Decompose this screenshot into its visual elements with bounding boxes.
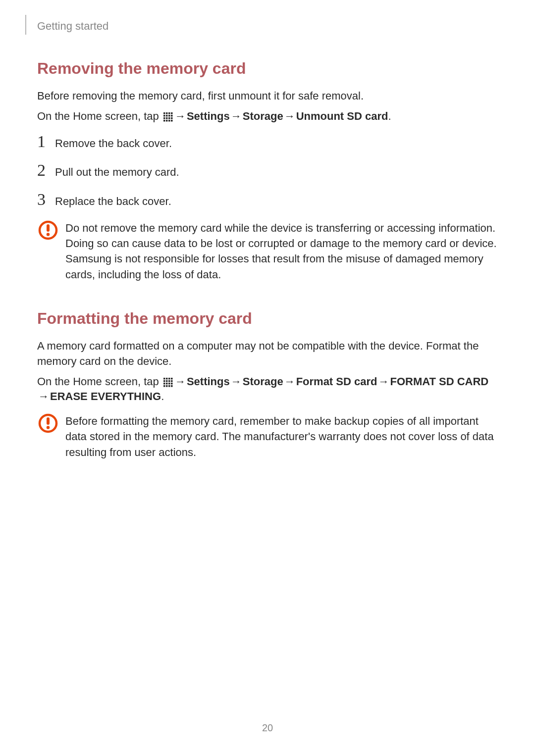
svg-rect-17 [47, 224, 50, 232]
svg-rect-11 [171, 117, 173, 119]
svg-rect-8 [163, 117, 165, 119]
breadcrumb: Getting started [37, 20, 108, 33]
svg-rect-13 [166, 120, 168, 122]
svg-rect-15 [171, 120, 173, 122]
step-number: 3 [37, 191, 55, 208]
nav-part-unmount: Unmount SD card [296, 110, 388, 122]
svg-rect-28 [166, 383, 168, 385]
svg-rect-0 [163, 112, 165, 114]
svg-point-18 [47, 233, 50, 236]
step-number: 2 [37, 162, 55, 179]
page-container: Getting started Removing the memory card… [0, 0, 535, 756]
svg-point-37 [47, 426, 50, 429]
nav-part-storage: Storage [243, 375, 283, 388]
step-2: 2 Pull out the memory card. [37, 162, 498, 180]
svg-rect-10 [168, 117, 170, 119]
arrow-icon: → [284, 374, 295, 390]
apps-icon [163, 377, 173, 387]
step-text: Pull out the memory card. [55, 162, 179, 180]
nav-prefix: On the Home screen, tap [37, 375, 162, 388]
svg-rect-23 [163, 380, 165, 382]
svg-rect-9 [166, 117, 168, 119]
svg-rect-36 [47, 417, 50, 425]
svg-rect-5 [166, 115, 168, 117]
caution-icon [37, 220, 63, 240]
arrow-icon: → [231, 374, 242, 390]
nav-part-storage: Storage [243, 110, 283, 122]
nav-part-erase: ERASE EVERYTHING [50, 390, 161, 403]
svg-rect-21 [168, 378, 170, 380]
arrow-icon: → [284, 109, 295, 124]
step-number: 1 [37, 133, 55, 150]
page-number: 20 [0, 722, 535, 734]
arrow-icon: → [175, 374, 186, 390]
arrow-icon: → [378, 374, 389, 390]
nav-part-format: Format SD card [296, 375, 377, 388]
warning-text: Before formatting the memory card, remem… [63, 413, 498, 460]
svg-rect-24 [166, 380, 168, 382]
section2-nav-path: On the Home screen, tap → Settings → Sto… [37, 374, 498, 405]
svg-rect-1 [166, 112, 168, 114]
svg-rect-14 [168, 120, 170, 122]
content-area: Removing the memory card Before removing… [37, 20, 498, 460]
svg-rect-2 [168, 112, 170, 114]
nav-suffix: . [388, 110, 391, 122]
section1-nav-path: On the Home screen, tap → Settings → Sto… [37, 109, 498, 124]
svg-rect-30 [171, 383, 173, 385]
step-1: 1 Remove the back cover. [37, 133, 498, 151]
spacer [37, 287, 498, 309]
svg-rect-22 [171, 378, 173, 380]
nav-prefix: On the Home screen, tap [37, 110, 162, 122]
svg-rect-31 [163, 385, 165, 387]
arrow-icon: → [38, 389, 49, 404]
caution-icon [37, 413, 63, 433]
svg-rect-33 [168, 385, 170, 387]
svg-rect-4 [163, 115, 165, 117]
apps-icon [163, 112, 173, 122]
svg-rect-19 [163, 378, 165, 380]
svg-rect-27 [163, 383, 165, 385]
svg-rect-32 [166, 385, 168, 387]
section1-warning: Do not remove the memory card while the … [37, 220, 498, 282]
nav-suffix: . [161, 390, 164, 403]
section2-intro: A memory card formatted on a computer ma… [37, 339, 498, 369]
svg-rect-7 [171, 115, 173, 117]
section2-warning: Before formatting the memory card, remem… [37, 413, 498, 460]
warning-text: Do not remove the memory card while the … [63, 220, 498, 282]
section1-title: Removing the memory card [37, 59, 498, 78]
svg-rect-20 [166, 378, 168, 380]
svg-rect-26 [171, 380, 173, 382]
nav-part-settings: Settings [187, 375, 230, 388]
arrow-icon: → [175, 109, 186, 124]
step-text: Remove the back cover. [55, 133, 172, 151]
arrow-icon: → [231, 109, 242, 124]
section2-title: Formatting the memory card [37, 309, 498, 328]
svg-rect-29 [168, 383, 170, 385]
svg-rect-25 [168, 380, 170, 382]
svg-rect-34 [171, 385, 173, 387]
step-text: Replace the back cover. [55, 191, 171, 209]
svg-rect-12 [163, 120, 165, 122]
nav-part-format-caps: FORMAT SD CARD [390, 375, 488, 388]
step-3: 3 Replace the back cover. [37, 191, 498, 209]
nav-part-settings: Settings [187, 110, 230, 122]
section1-intro: Before removing the memory card, first u… [37, 89, 498, 104]
svg-rect-3 [171, 112, 173, 114]
svg-rect-6 [168, 115, 170, 117]
